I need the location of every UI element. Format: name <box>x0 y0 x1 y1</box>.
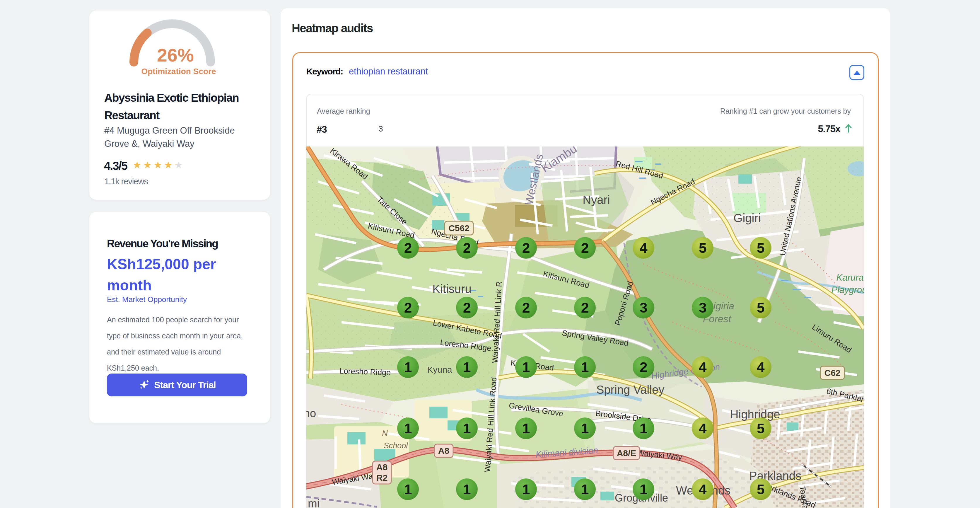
svg-text:Gigiri: Gigiri <box>733 212 760 225</box>
svg-text:Playgroun: Playgroun <box>831 285 864 295</box>
svg-text:1: 1 <box>640 421 648 436</box>
svg-text:1: 1 <box>463 360 471 375</box>
svg-text:1: 1 <box>522 360 530 375</box>
svg-text:2: 2 <box>581 300 589 315</box>
svg-text:2: 2 <box>522 240 530 256</box>
svg-text:4: 4 <box>699 421 707 436</box>
svg-text:School: School <box>384 441 408 450</box>
svg-text:2: 2 <box>463 240 471 256</box>
svg-text:Kitisuru: Kitisuru <box>432 282 471 295</box>
svg-text:1: 1 <box>581 360 589 375</box>
svg-text:1: 1 <box>581 421 589 436</box>
svg-text:mi: mi <box>308 497 320 508</box>
svg-text:5: 5 <box>757 240 765 256</box>
svg-text:A8/E: A8/E <box>617 448 636 458</box>
svg-text:Spring Valley: Spring Valley <box>596 383 665 396</box>
svg-text:2: 2 <box>463 300 471 315</box>
svg-text:Highridge: Highridge <box>730 408 780 421</box>
svg-text:2: 2 <box>581 240 589 256</box>
svg-text:C62: C62 <box>824 368 840 377</box>
svg-text:1: 1 <box>463 482 471 497</box>
svg-text:Kyuna: Kyuna <box>427 365 452 374</box>
svg-text:5: 5 <box>757 482 765 497</box>
svg-text:1: 1 <box>404 360 412 375</box>
svg-text:1: 1 <box>522 482 530 497</box>
svg-text:5: 5 <box>699 240 707 256</box>
svg-text:2: 2 <box>404 300 412 315</box>
svg-text:C562: C562 <box>449 223 469 233</box>
svg-text:R2: R2 <box>376 473 388 483</box>
svg-text:1: 1 <box>404 482 412 497</box>
svg-text:1: 1 <box>640 482 648 497</box>
svg-text:2: 2 <box>640 360 648 375</box>
svg-text:Loresho Ridge: Loresho Ridge <box>339 366 391 377</box>
svg-text:4: 4 <box>699 482 707 497</box>
svg-text:A8: A8 <box>376 462 388 472</box>
svg-text:4: 4 <box>699 360 707 375</box>
svg-text:1: 1 <box>522 421 530 436</box>
svg-text:1: 1 <box>404 421 412 436</box>
svg-text:N: N <box>382 429 388 438</box>
svg-text:Nyari: Nyari <box>582 193 610 206</box>
svg-text:4: 4 <box>640 240 648 256</box>
svg-text:4: 4 <box>757 360 765 375</box>
svg-text:ho: ho <box>306 407 316 419</box>
svg-text:3: 3 <box>640 300 648 315</box>
svg-text:2: 2 <box>404 240 412 256</box>
svg-text:A8: A8 <box>438 446 449 455</box>
svg-text:2: 2 <box>522 300 530 315</box>
svg-text:3: 3 <box>699 300 707 315</box>
svg-text:5: 5 <box>757 300 765 315</box>
svg-text:5: 5 <box>757 421 765 436</box>
svg-text:1: 1 <box>463 421 471 436</box>
svg-text:1: 1 <box>581 482 589 497</box>
svg-text:Karura: Karura <box>836 272 864 283</box>
